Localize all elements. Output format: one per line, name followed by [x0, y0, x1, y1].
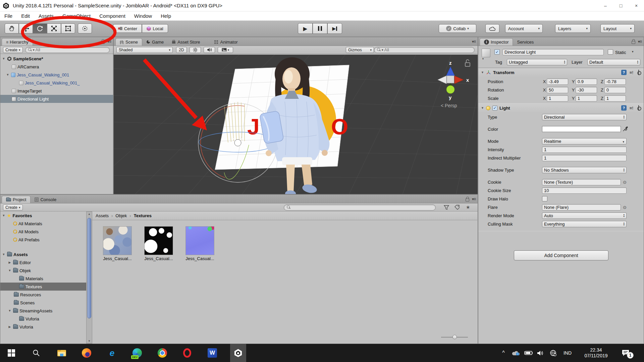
foldout-icon[interactable]: ▼ [481, 71, 484, 74]
edge-button[interactable]: e [104, 344, 120, 362]
render-mode-dropdown[interactable]: Auto▴▾ [542, 213, 627, 219]
hierarchy-search-input[interactable]: ▾All [25, 47, 110, 53]
flare-object-field[interactable]: None (Flare) [542, 204, 621, 210]
menu-component[interactable]: Component [95, 13, 130, 19]
tab-project[interactable]: Project [2, 196, 31, 203]
folder-resources[interactable]: Resources [0, 291, 86, 299]
favorite-all-models[interactable]: All Models [0, 228, 86, 236]
texture-asset-mask[interactable]: Jess_Casual... [144, 226, 173, 261]
texture-asset-diffuse[interactable]: Jess_Casual... [103, 226, 132, 261]
unity-taskbar-button[interactable] [230, 344, 246, 362]
tray-chevron[interactable]: ^ [498, 344, 508, 362]
menu-window[interactable]: Window [130, 13, 156, 19]
network-tray-icon[interactable] [547, 344, 559, 362]
favorites-root[interactable]: ▼ ★ Favorites [0, 212, 86, 220]
hierarchy-item-directional-light[interactable]: Directional Light [0, 95, 113, 103]
position-x-field[interactable]: -3.49 [547, 78, 568, 85]
2d-toggle-button[interactable]: 2D [176, 47, 187, 53]
scene-viewport[interactable]: J O [114, 55, 478, 194]
folder-objek[interactable]: ▼Objek [0, 266, 86, 275]
gear-icon[interactable] [636, 106, 641, 110]
viewport-lock-icon[interactable] [465, 60, 470, 66]
foldout-icon[interactable]: ▼ [481, 106, 484, 110]
layers-dropdown[interactable]: Layers▾ [555, 24, 591, 33]
pane-menu-icon[interactable]: ▾≡ [472, 197, 476, 201]
folder-editor[interactable]: ▶Editor [0, 258, 86, 266]
culling-mask-dropdown[interactable]: Everything▴▾ [542, 221, 627, 227]
opera-button[interactable] [179, 344, 195, 362]
texture-asset-normal[interactable]: Jess_Casual... [185, 226, 214, 261]
scene-search-input[interactable]: ▾All [374, 47, 475, 53]
firefox-button[interactable] [78, 344, 95, 362]
layout-dropdown[interactable]: Layout▾ [600, 24, 635, 33]
rotation-x-field[interactable]: 50 [547, 87, 568, 93]
tab-animator[interactable]: Animator [210, 38, 241, 46]
chrome-button[interactable] [154, 344, 170, 362]
pane-menu-icon[interactable]: ▾≡ [107, 39, 111, 44]
static-dropdown-icon[interactable]: ▾ [632, 50, 634, 53]
step-button[interactable]: ▶ [327, 23, 342, 34]
gizmos-dropdown[interactable]: Gizmos▾ [346, 47, 374, 53]
rotate-tool-button[interactable] [33, 23, 47, 34]
search-by-label-icon[interactable] [454, 205, 460, 210]
menu-file[interactable]: File [0, 13, 17, 19]
scale-x-field[interactable]: 1 [547, 95, 568, 102]
play-button[interactable]: ▶ [298, 23, 313, 34]
position-z-field[interactable]: -0.78 [604, 78, 626, 85]
word-button[interactable]: W [204, 344, 220, 362]
menu-edit[interactable]: Edit [17, 13, 34, 19]
persp-indicator[interactable]: < Persp [441, 103, 457, 108]
project-tree-scrollbar[interactable]: ▲ ▼ [86, 212, 92, 344]
gear-icon[interactable] [636, 70, 641, 75]
shadow-type-dropdown[interactable]: No Shadows▴▾ [542, 167, 627, 173]
position-y-field[interactable]: 0.9 [576, 78, 597, 85]
action-center-button[interactable]: 1 [619, 344, 633, 362]
project-search-input[interactable] [284, 204, 436, 210]
folder-vuforia[interactable]: ▶Vuforia [0, 323, 86, 331]
static-checkbox[interactable] [608, 49, 613, 55]
maximize-button[interactable]: □ [613, 0, 629, 11]
scale-y-field[interactable]: 1 [576, 95, 597, 102]
file-explorer-button[interactable] [54, 344, 70, 362]
lock-icon[interactable] [101, 41, 105, 44]
tag-dropdown[interactable]: Untagged▴▾ [507, 59, 567, 65]
thumbnail-zoom-slider[interactable] [441, 335, 468, 340]
light-indirect-field[interactable]: 1 [542, 155, 627, 161]
breadcrumb-objek[interactable]: Objek [115, 213, 127, 218]
breadcrumb-assets[interactable]: Assets [96, 213, 109, 218]
scale-tool-button[interactable] [47, 23, 61, 34]
folder-textures[interactable]: Textures [0, 283, 86, 291]
light-header[interactable]: ▼ ✓ Light ?≡! [478, 104, 644, 112]
tab-services[interactable]: Services [513, 38, 538, 46]
scroll-up-arrow[interactable]: ▲ [87, 213, 92, 216]
lock-icon[interactable] [466, 198, 469, 201]
assets-root[interactable]: ▼Assets [0, 250, 86, 258]
move-tool-button[interactable] [19, 23, 33, 34]
folder-materials[interactable]: Materials [0, 275, 86, 283]
menu-gameobject[interactable]: GameObject [58, 13, 95, 19]
space-toggle-button[interactable]: Local [142, 24, 168, 33]
add-component-button[interactable]: Add Component [514, 250, 608, 260]
cookie-object-field[interactable]: None (Texture) [542, 179, 621, 185]
help-icon[interactable]: ? [621, 105, 627, 111]
help-icon[interactable]: ? [621, 70, 627, 75]
folder-scenes[interactable]: Scenes [0, 299, 86, 307]
search-by-type-icon[interactable] [444, 205, 449, 210]
language-indicator[interactable]: IND [561, 344, 574, 362]
draw-halo-checkbox[interactable] [542, 196, 547, 201]
pause-button[interactable] [313, 23, 327, 34]
object-picker-icon[interactable]: ⊙ [623, 205, 627, 210]
transform-header[interactable]: ▼ Transform ?≡! [478, 68, 644, 77]
light-type-dropdown[interactable]: Directional▴▾ [542, 114, 627, 120]
lock-icon[interactable] [632, 41, 635, 44]
axis-orientation-gizmo[interactable]: z x y < Persp [438, 60, 469, 108]
rotation-y-field[interactable]: -30 [576, 87, 597, 93]
object-picker-icon[interactable]: ⊙ [623, 180, 627, 185]
cookie-size-field[interactable]: 10 [542, 187, 627, 194]
light-mode-dropdown[interactable]: Realtime▾ [542, 138, 627, 144]
hand-tool-button[interactable] [5, 23, 19, 34]
presets-icon[interactable]: ≡! [630, 70, 633, 75]
favorite-all-materials[interactable]: All Materials [0, 220, 86, 228]
edge-dev-button[interactable]: DEV [129, 344, 145, 362]
breadcrumb-textures[interactable]: Textures [134, 213, 152, 218]
